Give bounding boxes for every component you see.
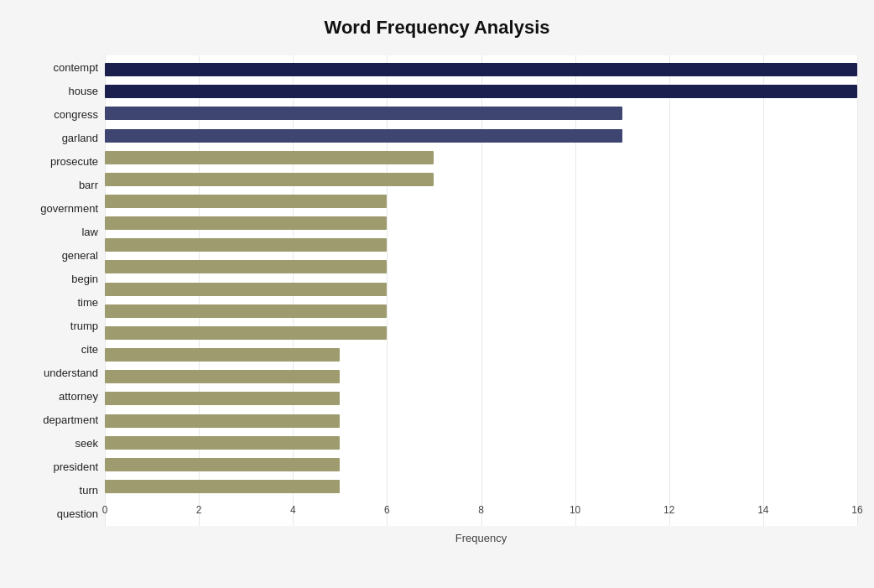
bar-cite <box>105 326 387 340</box>
x-axis-title: Frequency <box>105 532 857 544</box>
bar-row <box>105 410 857 432</box>
bar-row <box>105 300 857 322</box>
y-label-trump: trump <box>70 320 98 331</box>
bar-contempt <box>105 63 857 76</box>
bar-prosecute <box>105 151 434 164</box>
bar-row <box>105 388 857 409</box>
y-label-law: law <box>81 226 98 237</box>
y-label-turn: turn <box>80 485 98 496</box>
bar-garland <box>105 129 622 143</box>
x-tick-10: 10 <box>570 504 580 516</box>
bar-law <box>105 216 387 230</box>
bar-turn <box>105 458 340 471</box>
y-label-begin: begin <box>71 273 98 284</box>
y-label-question: question <box>57 508 98 519</box>
bar-row <box>105 169 857 190</box>
bar-seek <box>105 414 340 428</box>
bar-row <box>105 59 857 81</box>
bar-row <box>105 124 857 146</box>
bar-row <box>105 234 857 256</box>
y-label-department: department <box>43 414 98 425</box>
bar-row <box>105 81 857 102</box>
bar-time <box>105 283 387 296</box>
y-label-seek: seek <box>75 438 98 449</box>
y-label-garland: garland <box>62 133 98 143</box>
bar-row <box>105 256 857 278</box>
chart-area: contempthousecongressgarlandprosecutebar… <box>17 55 857 526</box>
x-tick-6: 6 <box>384 504 390 516</box>
y-label-congress: congress <box>54 109 98 120</box>
bar-trump <box>105 304 387 318</box>
x-tick-8: 8 <box>478 504 484 516</box>
bar-row <box>105 102 857 124</box>
bar-president <box>105 436 340 450</box>
bar-house <box>105 85 857 98</box>
bar-row <box>105 344 857 366</box>
bar-government <box>105 195 387 208</box>
chart-title: Word Frequency Analysis <box>17 17 857 39</box>
bar-question <box>105 480 340 493</box>
bar-row <box>105 322 857 344</box>
bar-row <box>105 476 857 497</box>
y-label-attorney: attorney <box>59 391 98 402</box>
bar-attorney <box>105 370 340 383</box>
y-label-government: government <box>40 203 98 214</box>
y-label-cite: cite <box>81 344 98 355</box>
bar-row <box>105 190 857 212</box>
y-label-house: house <box>69 86 98 96</box>
bar-row <box>105 147 857 169</box>
x-tick-4: 4 <box>290 504 296 516</box>
x-tick-16: 16 <box>851 504 862 516</box>
bar-row <box>105 432 857 454</box>
y-label-time: time <box>77 297 98 308</box>
bar-understand <box>105 348 340 362</box>
x-tick-12: 12 <box>663 504 674 516</box>
y-label-general: general <box>62 250 98 261</box>
bar-general <box>105 238 387 252</box>
plot-area: Frequency 0246810121416 <box>105 55 857 526</box>
bar-row <box>105 212 857 234</box>
y-label-prosecute: prosecute <box>50 156 98 167</box>
grid-line <box>857 55 858 526</box>
y-label-contempt: contempt <box>54 62 98 73</box>
bar-row <box>105 366 857 388</box>
y-label-barr: barr <box>79 180 98 190</box>
bar-row <box>105 278 857 300</box>
x-tick-14: 14 <box>757 504 768 516</box>
y-label-president: president <box>54 461 98 472</box>
bar-row <box>105 454 857 476</box>
y-label-understand: understand <box>44 367 98 378</box>
x-tick-0: 0 <box>102 504 108 516</box>
bar-congress <box>105 107 622 120</box>
x-tick-2: 2 <box>196 504 202 516</box>
bar-begin <box>105 260 387 273</box>
bar-barr <box>105 173 434 186</box>
chart-container: Word Frequency Analysis contempthousecon… <box>0 0 874 588</box>
y-axis-labels: contempthousecongressgarlandprosecutebar… <box>17 55 105 526</box>
bar-department <box>105 392 340 405</box>
